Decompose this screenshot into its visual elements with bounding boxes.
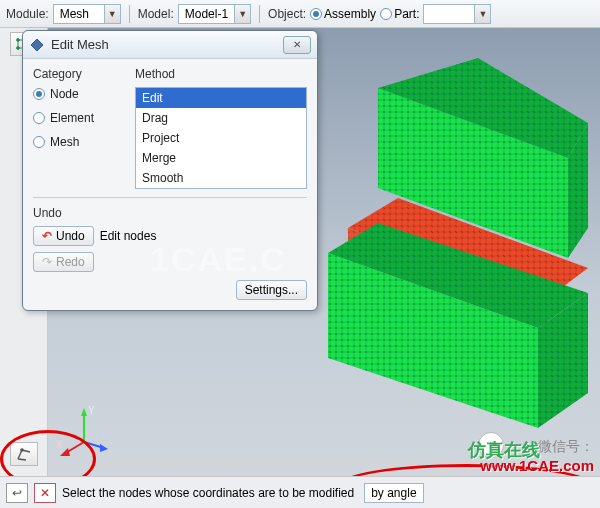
method-list[interactable]: Edit Drag Project Merge Smooth	[135, 87, 307, 189]
svg-marker-24	[31, 39, 43, 51]
category-mesh-radio[interactable]: Mesh	[33, 135, 123, 149]
category-element-radio[interactable]: Element	[33, 111, 123, 125]
svg-marker-26	[81, 408, 87, 416]
radio-icon	[33, 136, 45, 148]
close-button[interactable]: ✕	[283, 36, 311, 54]
radio-icon	[310, 8, 322, 20]
method-item-merge[interactable]: Merge	[136, 148, 306, 168]
watermark-url: www.1CAE.com	[480, 457, 594, 474]
tool-edit-mesh[interactable]	[10, 442, 38, 466]
arrow-left-icon: ↩	[12, 486, 22, 500]
svg-text:Y: Y	[88, 405, 95, 416]
radio-icon	[380, 8, 392, 20]
module-label: Module:	[6, 7, 49, 21]
module-value: Mesh	[54, 7, 104, 21]
dropdown-arrow-icon: ▼	[234, 5, 250, 23]
dropdown-arrow-icon: ▼	[104, 5, 120, 23]
watermark-wechat: 微信号：	[538, 438, 594, 456]
method-label: Method	[135, 67, 307, 81]
dropdown-arrow-icon: ▼	[474, 5, 490, 23]
object-part-label: Part:	[394, 7, 419, 21]
model-combo[interactable]: Model-1 ▼	[178, 4, 251, 24]
category-node-label: Node	[50, 87, 79, 101]
module-combo[interactable]: Mesh ▼	[53, 4, 121, 24]
dialog-titlebar[interactable]: Edit Mesh ✕	[23, 31, 317, 59]
cancel-icon: ✕	[40, 486, 50, 500]
svg-text:Z: Z	[98, 431, 104, 442]
edit-mesh-dialog: Edit Mesh ✕ Category Node Element Mesh	[22, 30, 318, 311]
context-toolbar: Module: Mesh ▼ Model: Model-1 ▼ Object: …	[0, 0, 600, 28]
method-item-project[interactable]: Project	[136, 128, 306, 148]
svg-marker-32	[100, 444, 108, 452]
undo-icon: ↶	[42, 229, 52, 243]
category-element-label: Element	[50, 111, 94, 125]
radio-icon	[33, 112, 45, 124]
category-mesh-label: Mesh	[50, 135, 79, 149]
object-label: Object:	[268, 7, 306, 21]
dialog-icon	[29, 37, 45, 53]
redo-icon: ↷	[42, 255, 52, 269]
model-label: Model:	[138, 7, 174, 21]
category-label: Category	[33, 67, 123, 81]
object-assembly-label: Assembly	[324, 7, 376, 21]
dialog-title: Edit Mesh	[51, 37, 109, 52]
settings-button-label: Settings...	[245, 283, 298, 297]
undo-button[interactable]: ↶ Undo	[33, 226, 94, 246]
undo-section-label: Undo	[33, 206, 307, 220]
settings-button[interactable]: Settings...	[236, 280, 307, 300]
prompt-back-button[interactable]: ↩	[6, 483, 28, 503]
object-part-radio[interactable]: Part:	[380, 7, 419, 21]
prompt-bar: ↩ ✕ Select the nodes whose coordinates a…	[0, 476, 600, 508]
category-node-radio[interactable]: Node	[33, 87, 123, 101]
prompt-filter-combo[interactable]: by angle	[364, 483, 423, 503]
redo-button-label: Redo	[56, 255, 85, 269]
view-triad: Y X Z	[54, 402, 114, 462]
undo-button-label: Undo	[56, 229, 85, 243]
prompt-filter-label: by angle	[365, 486, 422, 500]
radio-icon	[33, 88, 45, 100]
svg-text:X: X	[56, 439, 63, 450]
separator	[129, 5, 130, 23]
method-item-edit[interactable]: Edit	[136, 88, 306, 108]
prompt-text: Select the nodes whose coordinates are t…	[62, 486, 354, 500]
divider	[33, 197, 307, 198]
svg-point-4	[20, 449, 22, 451]
separator	[259, 5, 260, 23]
model-value: Model-1	[179, 7, 234, 21]
redo-button[interactable]: ↷ Redo	[33, 252, 94, 272]
close-icon: ✕	[293, 39, 301, 50]
prompt-cancel-button[interactable]: ✕	[34, 483, 56, 503]
method-item-drag[interactable]: Drag	[136, 108, 306, 128]
undo-status: Edit nodes	[100, 229, 157, 243]
part-combo[interactable]: ▼	[423, 4, 491, 24]
object-assembly-radio[interactable]: Assembly	[310, 7, 376, 21]
method-item-smooth[interactable]: Smooth	[136, 168, 306, 188]
